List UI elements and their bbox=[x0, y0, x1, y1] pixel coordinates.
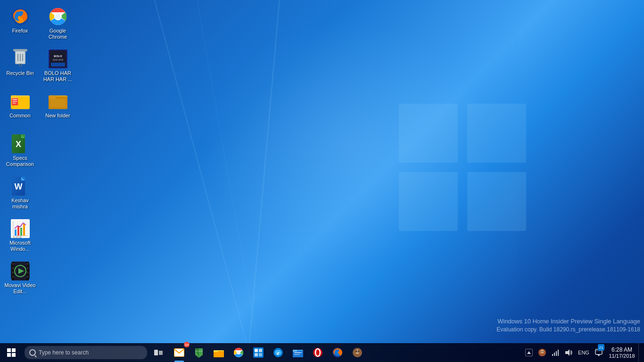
file-manager-taskbar-icon[interactable] bbox=[289, 343, 307, 362]
svg-rect-46 bbox=[15, 230, 17, 236]
svg-rect-58 bbox=[27, 263, 28, 265]
svg-rect-48 bbox=[20, 228, 22, 236]
file-explorer-taskbar-icon[interactable] bbox=[209, 343, 228, 362]
specs-comparison-icon-desktop[interactable]: X Specs Comparison bbox=[2, 132, 38, 172]
new-folder-label: New folder bbox=[45, 113, 70, 119]
edge-taskbar-icon[interactable]: e bbox=[269, 343, 288, 362]
microsoft-windows-icon-desktop[interactable]: lo 15 30 Microsoft Windo... bbox=[2, 217, 38, 257]
common-folder-svg bbox=[11, 92, 30, 110]
windows-start-logo bbox=[7, 348, 16, 357]
svg-point-97 bbox=[358, 351, 359, 353]
recycle-bin-label: Recycle Bin bbox=[6, 70, 33, 76]
svg-rect-59 bbox=[27, 267, 28, 269]
mail-taskbar-icon[interactable]: 34 bbox=[170, 343, 189, 362]
show-desktop-button[interactable] bbox=[638, 343, 642, 362]
word-svg: W bbox=[12, 176, 29, 196]
chrome-icon-desktop[interactable]: Google Chrome bbox=[40, 5, 75, 45]
svg-rect-103 bbox=[552, 354, 553, 356]
firefox-icon-desktop[interactable]: Firefox bbox=[2, 5, 38, 45]
language-tray-icon[interactable]: ENG bbox=[575, 343, 592, 362]
keshav-mishra-icon-desktop[interactable]: W Keshav mishra bbox=[2, 174, 38, 214]
svg-point-102 bbox=[543, 351, 544, 352]
hidden-icons-button[interactable] bbox=[522, 343, 536, 362]
maps-taskbar-icon[interactable] bbox=[190, 343, 208, 362]
excel-svg: X bbox=[12, 134, 29, 154]
svg-rect-86 bbox=[294, 352, 302, 353]
specs-comparison-label: Specs Comparison bbox=[3, 155, 37, 167]
recycle-bin-icon-desktop[interactable]: ♻ Recycle Bin bbox=[2, 47, 38, 87]
svg-marker-98 bbox=[527, 351, 531, 354]
store-taskbar-icon[interactable] bbox=[249, 343, 268, 362]
task-view-icon bbox=[154, 350, 163, 355]
start-pane-br bbox=[12, 353, 16, 357]
chrome-svg bbox=[49, 7, 67, 26]
svg-rect-56 bbox=[12, 272, 14, 273]
svg-rect-47 bbox=[17, 226, 19, 236]
svg-rect-80 bbox=[259, 353, 262, 356]
start-pane-tl bbox=[7, 348, 11, 352]
svg-rect-72 bbox=[214, 350, 218, 352]
new-folder-svg bbox=[49, 92, 67, 110]
new-folder-icon-desktop[interactable]: New folder bbox=[40, 90, 75, 130]
svg-rect-31 bbox=[50, 99, 65, 107]
svg-rect-60 bbox=[27, 272, 28, 273]
desktop: Firefox Google Chrome bbox=[0, 0, 644, 362]
svg-rect-85 bbox=[293, 350, 297, 352]
svg-point-101 bbox=[541, 351, 542, 352]
search-placeholder-text: Type here to search bbox=[39, 349, 89, 356]
bolo-har-icon-desktop[interactable]: BOLO HAR HAR BOLO HAR HAR HAR ... bbox=[40, 47, 75, 87]
svg-rect-55 bbox=[12, 267, 14, 269]
mail-svg bbox=[174, 348, 184, 357]
firefox-svg bbox=[11, 7, 30, 26]
svg-text:♻: ♻ bbox=[18, 63, 22, 68]
svg-point-75 bbox=[237, 351, 240, 354]
system-tray: ENG 21 6:28 AM 11/17/2018 bbox=[522, 343, 644, 362]
taskbar: Type here to search 34 bbox=[0, 343, 644, 362]
opera-taskbar-icon[interactable] bbox=[308, 343, 327, 362]
svg-text:X: X bbox=[15, 140, 21, 149]
winpatrol-tray-icon[interactable] bbox=[536, 343, 549, 362]
svg-rect-79 bbox=[255, 353, 258, 356]
start-button[interactable] bbox=[0, 343, 23, 362]
svg-rect-1 bbox=[467, 104, 526, 163]
common-folder-icon-desktop[interactable]: Common bbox=[2, 90, 38, 130]
svg-rect-104 bbox=[554, 353, 555, 356]
chrome-taskbar-icon[interactable] bbox=[229, 343, 248, 362]
svg-rect-77 bbox=[255, 349, 258, 352]
volume-tray-icon[interactable] bbox=[562, 343, 575, 362]
file-mgr-svg bbox=[293, 348, 303, 357]
action-center-tray-icon[interactable]: 21 bbox=[592, 343, 605, 362]
movavi-icon-desktop[interactable]: Movavi Video Edit... bbox=[2, 259, 38, 299]
svg-rect-87 bbox=[294, 354, 300, 355]
network-tray-icon[interactable] bbox=[549, 343, 562, 362]
svg-point-8 bbox=[55, 14, 61, 19]
watermark-line2: Evaluation copy. Build 18290.rs_prerelea… bbox=[496, 326, 640, 334]
mail-badge: 34 bbox=[184, 342, 190, 347]
svg-rect-25 bbox=[12, 99, 17, 100]
chrome-label: Google Chrome bbox=[41, 28, 75, 40]
svg-text:HAR HAR: HAR HAR bbox=[52, 58, 63, 61]
up-arrow-icon bbox=[525, 349, 533, 356]
watermark-line1: Windows 10 Home Insider Preview Single L… bbox=[496, 317, 640, 326]
desktop-icons-container: Firefox Google Chrome bbox=[2, 5, 75, 299]
clock-area[interactable]: 6:28 AM 11/17/2018 bbox=[605, 343, 638, 362]
recycle-bin-svg: ♻ bbox=[11, 49, 29, 69]
svg-rect-30 bbox=[49, 96, 56, 99]
svg-rect-26 bbox=[12, 101, 17, 102]
firefox-label: Firefox bbox=[12, 28, 28, 34]
taskbar-search-bar[interactable]: Type here to search bbox=[25, 346, 147, 359]
svg-marker-110 bbox=[597, 354, 600, 356]
movavi-svg bbox=[11, 262, 30, 280]
firefox-taskbar-icon[interactable] bbox=[328, 343, 347, 362]
svg-text:e: e bbox=[277, 350, 280, 356]
winpatrol-taskbar-icon[interactable] bbox=[348, 343, 367, 362]
task-view-button[interactable] bbox=[149, 343, 168, 362]
bolo-har-label: BOLO HAR HAR HAR ... bbox=[41, 70, 75, 82]
svg-marker-107 bbox=[565, 349, 570, 356]
opera-svg bbox=[313, 347, 323, 358]
common-label: Common bbox=[9, 113, 31, 119]
svg-rect-27 bbox=[12, 103, 16, 104]
taskbar-app-icons: 34 bbox=[168, 343, 522, 362]
svg-rect-0 bbox=[399, 104, 458, 163]
store-svg bbox=[253, 347, 264, 358]
